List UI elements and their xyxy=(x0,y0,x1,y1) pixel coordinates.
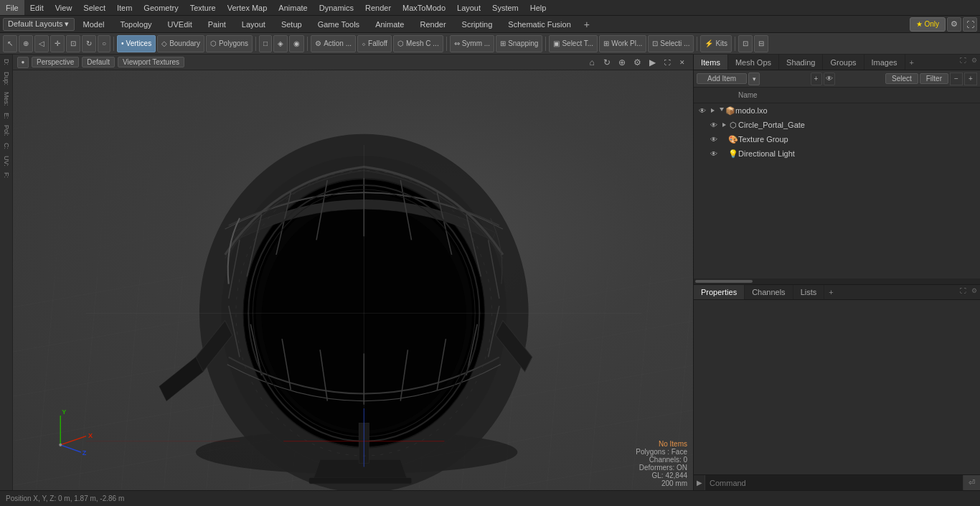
viewport-perspective-btn[interactable]: Perspective xyxy=(32,57,79,67)
tool-action[interactable]: ⚙ Action ... xyxy=(311,35,356,52)
tool-view2[interactable]: ⊟ xyxy=(754,35,768,52)
tool-sel2[interactable]: ◈ xyxy=(273,35,288,52)
viewport-expand-icon[interactable]: ⛶ xyxy=(661,56,674,69)
viewport-shading-btn[interactable]: Default xyxy=(82,57,115,67)
menu-item[interactable]: Item xyxy=(111,0,138,15)
expand-portal[interactable] xyxy=(720,121,728,129)
sidebar-item-mes[interactable]: Mes: xyxy=(1,89,11,109)
layout-add-tab[interactable]: + xyxy=(580,17,594,32)
tool-polygons[interactable]: ⬡ Polygons xyxy=(206,35,253,52)
sidebar-item-f[interactable]: F: xyxy=(1,169,11,181)
items-add-icon[interactable]: + xyxy=(811,72,822,85)
layout-tab-paint[interactable]: Paint xyxy=(201,17,233,32)
layout-dropdown[interactable]: Default Layouts ▾ xyxy=(3,18,75,31)
command-arrow[interactable]: ▶ xyxy=(694,475,705,490)
tool-kits[interactable]: ⚡ Kits xyxy=(700,35,732,52)
tool-selecti[interactable]: ⊡ Selecti ... xyxy=(648,35,694,52)
panel-settings-icon[interactable]: ⚙ xyxy=(969,55,980,66)
command-input[interactable] xyxy=(705,475,963,490)
filter-btn[interactable]: Filter xyxy=(920,73,948,84)
tool-symm[interactable]: ⇔ Symm ... xyxy=(450,35,494,52)
tool-falloff[interactable]: ⬦ Falloff xyxy=(357,35,392,52)
select-btn[interactable]: Select xyxy=(885,73,918,84)
tab-shading[interactable]: Shading xyxy=(779,55,823,70)
prop-tab-channels[interactable]: Channels xyxy=(745,285,793,299)
sidebar-item-c[interactable]: C: xyxy=(1,140,11,152)
items-show-icon[interactable]: 👁 xyxy=(824,72,835,85)
layout-tab-model[interactable]: Model xyxy=(76,17,112,32)
menu-view[interactable]: View xyxy=(50,0,78,15)
item-row-texture[interactable]: 👁 ▶ 🎨 Texture Group xyxy=(694,132,980,146)
layout-tab-gametools[interactable]: Game Tools xyxy=(311,17,367,32)
expand-modo-2[interactable] xyxy=(717,106,725,115)
sidebar-item-uv[interactable]: UV: xyxy=(1,153,11,169)
menu-vertex-map[interactable]: Vertex Map xyxy=(222,0,273,15)
layout-settings-icon[interactable]: ⚙ xyxy=(947,17,961,32)
tab-groups[interactable]: Groups xyxy=(823,55,864,70)
viewport-menu-btn[interactable]: ● xyxy=(17,57,29,68)
layout-tab-schematic[interactable]: Schematic Fusion xyxy=(501,17,578,32)
items-scrollbar[interactable] xyxy=(694,278,980,284)
prop-expand-icon[interactable]: ⛶ xyxy=(957,285,969,296)
panel-expand-icon[interactable]: ⛶ xyxy=(957,55,969,66)
menu-edit[interactable]: Edit xyxy=(24,0,50,15)
command-exec-btn[interactable]: ⏎ xyxy=(963,475,980,490)
menu-layout[interactable]: Layout xyxy=(451,0,486,15)
tool-globe[interactable]: ⊕ xyxy=(19,35,33,52)
layout-tab-uvedit[interactable]: UVEdit xyxy=(161,17,199,32)
layout-tab-render[interactable]: Render xyxy=(413,17,453,32)
tool-arrow[interactable]: ↖ xyxy=(3,35,17,52)
sidebar-item-pol[interactable]: Pol: xyxy=(1,122,11,139)
viewport-settings-icon[interactable]: ⚙ xyxy=(631,56,644,69)
menu-file[interactable]: File xyxy=(0,0,24,15)
add-item-btn[interactable]: Add Item xyxy=(697,73,747,84)
prop-tab-lists[interactable]: Lists xyxy=(793,285,825,299)
menu-dynamics[interactable]: Dynamics xyxy=(314,0,359,15)
viewport-rotate-icon[interactable]: ↻ xyxy=(600,56,613,69)
tab-items[interactable]: Items xyxy=(694,55,728,70)
eye-icon-light[interactable]: 👁 xyxy=(708,148,720,159)
prop-settings-icon[interactable]: ⚙ xyxy=(969,285,980,296)
sidebar-item-e[interactable]: E: xyxy=(1,110,11,122)
tool-boundary[interactable]: ◇ Boundary xyxy=(157,35,204,52)
menu-help[interactable]: Help xyxy=(524,0,552,15)
menu-render[interactable]: Render xyxy=(359,0,397,15)
items-expand-btn[interactable]: + xyxy=(964,72,977,85)
tool-sel1[interactable]: □ xyxy=(259,35,272,52)
layout-fullscreen-icon[interactable]: ⛶ xyxy=(963,17,977,32)
tool-rotate[interactable]: ↻ xyxy=(82,35,96,52)
eye-icon-portal[interactable]: 👁 xyxy=(708,119,720,131)
viewport-display-btn[interactable]: Viewport Textures xyxy=(118,57,184,67)
viewport[interactable]: ● Perspective Default Viewport Textures … xyxy=(13,55,693,490)
prop-tab-properties[interactable]: Properties xyxy=(694,285,745,299)
sidebar-item-dup[interactable]: Dup: xyxy=(1,69,11,88)
tool-scale[interactable]: ⊡ xyxy=(66,35,80,52)
layout-tab-animate[interactable]: Animate xyxy=(368,17,411,32)
tool-lasso[interactable]: ◁ xyxy=(34,35,49,52)
layout-tab-topology[interactable]: Topology xyxy=(113,17,159,32)
item-row-portal[interactable]: 👁 ⬡ Circle_Portal_Gate xyxy=(694,118,980,132)
eye-icon-texture[interactable]: 👁 xyxy=(708,133,720,145)
menu-system[interactable]: System xyxy=(486,0,524,15)
layout-tab-setup[interactable]: Setup xyxy=(274,17,309,32)
tool-view1[interactable]: ⊡ xyxy=(738,35,753,52)
tab-add[interactable]: + xyxy=(905,55,918,70)
menu-texture[interactable]: Texture xyxy=(184,0,222,15)
add-item-dropdown[interactable]: ▾ xyxy=(748,72,760,85)
tool-sel3[interactable]: ◉ xyxy=(289,35,304,52)
viewport-play-icon[interactable]: ▶ xyxy=(646,56,659,69)
star-only-btn[interactable]: ★ Only xyxy=(910,17,946,32)
menu-maxtomode[interactable]: MaxToModo xyxy=(397,0,451,15)
tool-circle[interactable]: ○ xyxy=(98,35,110,52)
prop-tab-add[interactable]: + xyxy=(824,285,837,299)
item-row-light[interactable]: 👁 ▶ 💡 Directional Light xyxy=(694,146,980,161)
item-row-modo-bxo[interactable]: 👁 📦 modo.lxo xyxy=(694,103,980,118)
layout-tab-layout[interactable]: Layout xyxy=(235,17,273,32)
viewport-zoom-icon[interactable]: ⊕ xyxy=(616,56,628,69)
viewport-home-icon[interactable]: ⌂ xyxy=(585,56,598,69)
tool-mesh[interactable]: ⬡ Mesh C ... xyxy=(393,35,443,52)
tool-transform[interactable]: ✛ xyxy=(50,35,65,52)
layout-tab-scripting[interactable]: Scripting xyxy=(455,17,500,32)
eye-icon-modo[interactable]: 👁 xyxy=(697,105,708,116)
menu-select[interactable]: Select xyxy=(77,0,111,15)
